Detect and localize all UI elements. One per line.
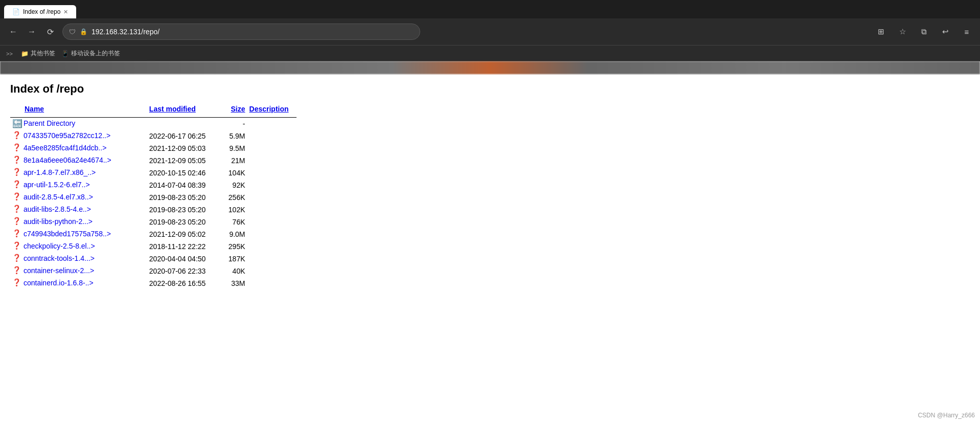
file-description [249, 265, 297, 277]
bookmarks-chevron[interactable]: >> [6, 51, 13, 57]
table-row: ❓audit-libs-2.8.5-4.e..>2019-08-23 05:20… [10, 204, 297, 216]
file-link[interactable]: container-selinux-2...> [24, 266, 94, 275]
file-modified: 2021-12-09 05:05 [149, 154, 221, 167]
file-size: 104K [221, 167, 249, 179]
active-tab[interactable]: 📄 Index of /repo ✕ [4, 5, 76, 18]
file-description [249, 130, 297, 142]
file-icon: ❓ [12, 155, 22, 166]
nav-buttons: ← → ⟳ [6, 25, 57, 39]
reload-button[interactable]: ⟳ [43, 25, 57, 39]
table-row: ❓checkpolicy-2.5-8.el..>2018-11-12 22:22… [10, 240, 297, 253]
file-size: - [221, 118, 249, 130]
bookmark-mobile[interactable]: 📱 移动设备上的书签 [61, 49, 120, 58]
tab-bar: 📄 Index of /repo ✕ [0, 0, 980, 18]
file-icon: ❓ [12, 168, 22, 178]
file-icon: ❓ [12, 143, 22, 153]
table-row: ❓container-selinux-2...>2020-07-06 22:33… [10, 265, 297, 277]
file-size: 21M [221, 154, 249, 167]
bookmark-other[interactable]: 📁 其他书签 [21, 49, 55, 58]
file-modified: 2019-08-23 05:20 [149, 204, 221, 216]
file-icon: ❓ [12, 180, 22, 190]
col-size-header[interactable]: Size [221, 104, 249, 115]
file-description [249, 240, 297, 253]
profile-button[interactable]: ↩ [938, 25, 952, 39]
file-modified: 2014-07-04 08:39 [149, 179, 221, 191]
file-description [249, 277, 297, 289]
file-modified: 2021-12-09 05:03 [149, 142, 221, 154]
file-table-body: 🔙Parent Directory-❓07433570e95a2782cc12.… [10, 118, 297, 290]
tab-favicon: 📄 [12, 8, 20, 15]
bookmark-mobile-icon: 📱 [61, 50, 69, 57]
file-link[interactable]: checkpolicy-2.5-8.el..> [24, 242, 95, 250]
file-size: 92K [221, 179, 249, 191]
file-link[interactable]: apr-1.4.8-7.el7.x86_..> [24, 168, 96, 176]
file-size: 5.9M [221, 130, 249, 142]
file-description [249, 228, 297, 240]
table-row: ❓4a5ee8285fca4f1d4dcb..>2021-12-09 05:03… [10, 142, 297, 154]
table-row: ❓apr-util-1.5.2-6.el7..>2014-07-04 08:39… [10, 179, 297, 191]
parent-dir-link[interactable]: Parent Directory [24, 119, 75, 127]
file-modified: 2022-08-26 16:55 [149, 277, 221, 289]
extensions-button[interactable]: ⊞ [874, 25, 888, 39]
file-link[interactable]: 8e1a4a6eee06a24e4674..> [24, 156, 111, 164]
file-size: 295K [221, 240, 249, 253]
file-size: 102K [221, 204, 249, 216]
bookmark-button[interactable]: ☆ [895, 25, 909, 39]
table-row: ❓07433570e95a2782cc12..>2022-06-17 06:25… [10, 130, 297, 142]
col-name-header[interactable]: Name [10, 104, 149, 115]
shield-icon: 🛡 [69, 28, 76, 36]
file-icon: ❓ [12, 205, 22, 215]
file-description [249, 191, 297, 204]
table-row: ❓apr-1.4.8-7.el7.x86_..>2020-10-15 02:46… [10, 167, 297, 179]
file-modified: 2022-06-17 06:25 [149, 130, 221, 142]
file-link[interactable]: 4a5ee8285fca4f1d4dcb..> [24, 144, 106, 152]
file-description [249, 204, 297, 216]
tab-title: Index of /repo [23, 8, 60, 15]
file-modified: 2020-10-15 02:46 [149, 167, 221, 179]
file-link[interactable]: c749943bded17575a758..> [24, 230, 111, 238]
file-size: 33M [221, 277, 249, 289]
window-controls[interactable]: ⧉ [917, 25, 931, 39]
menu-button[interactable]: ≡ [960, 25, 974, 39]
file-link[interactable]: audit-libs-python-2...> [24, 217, 93, 226]
file-icon: ❓ [12, 241, 22, 252]
table-row: 🔙Parent Directory- [10, 118, 297, 130]
back-button[interactable]: ← [6, 25, 20, 39]
file-description [249, 154, 297, 167]
file-size: 9.5M [221, 142, 249, 154]
forward-button[interactable]: → [25, 25, 39, 39]
browser-chrome: ← → ⟳ 🛡 🔒 192.168.32.131/repo/ ⊞ ☆ ⧉ ↩ ≡ [0, 18, 980, 45]
file-table: Name Last modified Size Description 🔙Par… [10, 104, 297, 289]
table-row: ❓audit-libs-python-2...>2019-08-23 05:20… [10, 216, 297, 228]
lock-icon: 🔒 [80, 28, 87, 35]
file-size: 187K [221, 253, 249, 265]
file-link[interactable]: containerd.io-1.6.8-..> [24, 279, 94, 287]
address-bar[interactable]: 🛡 🔒 192.168.32.131/repo/ [62, 24, 420, 40]
file-link[interactable]: apr-util-1.5.2-6.el7..> [24, 181, 90, 189]
table-header-row: Name Last modified Size Description [10, 104, 297, 115]
file-modified: 2020-04-04 04:50 [149, 253, 221, 265]
file-modified: 2021-12-09 05:02 [149, 228, 221, 240]
file-description [249, 179, 297, 191]
bookmarks-bar: >> 📁 其他书签 📱 移动设备上的书签 [0, 45, 980, 61]
page-content: Index of /repo Name Last modified Size D… [0, 74, 716, 298]
page-title: Index of /repo [10, 82, 705, 96]
col-modified-header[interactable]: Last modified [149, 104, 221, 115]
col-desc-header[interactable]: Description [249, 104, 297, 115]
file-description [249, 167, 297, 179]
tab-close-button[interactable]: ✕ [63, 9, 68, 15]
file-link[interactable]: 07433570e95a2782cc12..> [24, 131, 110, 140]
file-link[interactable]: audit-2.8.5-4.el7.x8..> [24, 193, 93, 201]
file-size: 256K [221, 191, 249, 204]
table-row: ❓8e1a4a6eee06a24e4674..>2021-12-09 05:05… [10, 154, 297, 167]
file-modified: 2019-08-23 05:20 [149, 191, 221, 204]
file-link[interactable]: audit-libs-2.8.5-4.e..> [24, 205, 91, 213]
file-icon: ❓ [12, 131, 22, 141]
file-link[interactable]: conntrack-tools-1.4...> [24, 254, 95, 262]
table-row: ❓c749943bded17575a758..>2021-12-09 05:02… [10, 228, 297, 240]
file-size: 76K [221, 216, 249, 228]
parent-dir-icon: 🔙 [12, 119, 22, 129]
table-row: ❓containerd.io-1.6.8-..>2022-08-26 16:55… [10, 277, 297, 289]
file-icon: ❓ [12, 254, 22, 264]
file-modified: 2020-07-06 22:33 [149, 265, 221, 277]
